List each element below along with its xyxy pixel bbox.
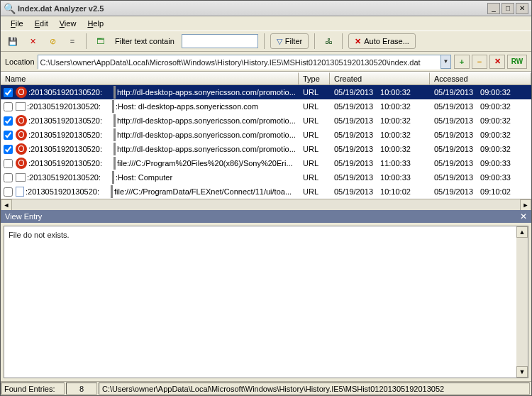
location-input[interactable] xyxy=(38,55,440,70)
row-checkbox[interactable] xyxy=(4,88,13,97)
row-checkbox[interactable] xyxy=(4,131,13,140)
row-url: http://dl-desktop-apps.sonyericsson.com/… xyxy=(117,116,299,125)
add-location-button[interactable]: + xyxy=(454,55,470,69)
view-entry-text: File do not exists. xyxy=(4,226,516,378)
row-timestamp: :2013051920130520: xyxy=(28,159,112,167)
divider xyxy=(113,128,116,141)
filter-label: Filter text contain xyxy=(115,37,174,45)
auto-erase-button[interactable]: ✕ Auto Erase... xyxy=(348,33,416,49)
rw-button[interactable]: RW xyxy=(507,55,527,69)
location-row: Location ▼ + − ✕ RW xyxy=(1,52,531,72)
favicon-icon: O xyxy=(16,143,27,155)
table-row[interactable]: O:2013051920130520:file:///C:/Program%20… xyxy=(1,156,531,170)
row-accessed: 05/19/201309:00:33 xyxy=(430,173,531,182)
table-row[interactable]: O:2013051920130520:http://dl-desktop-app… xyxy=(1,142,531,156)
statusbar: Found Entries: 8 C:\Users\owner\AppData\… xyxy=(1,381,531,395)
row-url: :Host: Computer xyxy=(116,173,299,182)
row-type: URL xyxy=(299,187,330,196)
row-checkbox[interactable] xyxy=(4,116,13,126)
scroll-up-icon[interactable]: ▲ xyxy=(516,226,528,238)
filter-input[interactable] xyxy=(182,34,258,48)
table-row[interactable]: :2013051920130520:file:///C:/ProgramData… xyxy=(1,185,531,199)
menu-edit[interactable]: Edit xyxy=(29,18,54,29)
row-timestamp: :2013051920130520: xyxy=(28,116,112,125)
menu-view[interactable]: View xyxy=(54,18,82,29)
status-path: C:\Users\owner\AppData\Local\Microsoft\W… xyxy=(99,383,530,395)
funnel-icon: ▽ xyxy=(277,37,282,46)
v-scrollbar[interactable]: ▲ ▼ xyxy=(516,226,528,378)
row-created: 05/19/201310:00:32 xyxy=(330,145,430,153)
col-created[interactable]: Created xyxy=(330,72,430,85)
app-icon: 🔍 xyxy=(4,3,15,14)
divider xyxy=(111,185,113,198)
row-accessed: 05/19/201309:10:02 xyxy=(430,187,531,196)
row-type: URL xyxy=(299,159,330,167)
refresh-button[interactable]: 🗔 xyxy=(92,33,108,49)
close-button[interactable]: ✕ xyxy=(516,3,528,14)
found-entries-label: Found Entries: xyxy=(1,383,65,395)
table-row[interactable]: O:2013051920130520:http://dl-desktop-app… xyxy=(1,128,531,142)
equals-button[interactable]: = xyxy=(65,33,80,49)
favicon-icon: O xyxy=(16,129,27,141)
row-accessed: 05/19/201309:00:32 xyxy=(430,88,531,97)
divider xyxy=(113,86,116,99)
separator xyxy=(86,33,87,49)
favicon-icon xyxy=(16,173,26,182)
col-type[interactable]: Type xyxy=(299,72,330,85)
network-button[interactable]: 🖧 xyxy=(321,33,336,49)
row-type: URL xyxy=(299,145,330,153)
scroll-down-icon[interactable]: ▼ xyxy=(516,366,528,378)
menu-file[interactable]: File xyxy=(5,18,29,29)
location-dropdown[interactable]: ▼ xyxy=(440,55,450,68)
table-row[interactable]: :2013051920130520::Host: dl-desktop-apps… xyxy=(1,99,531,114)
row-created: 05/19/201311:00:33 xyxy=(330,159,430,167)
favicon-icon: O xyxy=(16,158,27,169)
row-checkbox[interactable] xyxy=(4,187,13,197)
row-timestamp: :2013051920130520: xyxy=(28,145,112,153)
row-url: http://dl-desktop-apps.sonyericsson.com/… xyxy=(117,88,299,97)
row-created: 05/19/201310:00:32 xyxy=(330,102,430,111)
divider xyxy=(113,143,116,155)
clear-button[interactable]: ⊘ xyxy=(45,33,60,49)
window-title: Index.dat Analyzer v2.5 xyxy=(18,4,487,13)
row-created: 05/19/201310:10:02 xyxy=(330,187,430,196)
col-accessed[interactable]: Accessed xyxy=(430,72,531,85)
remove-location-button[interactable]: − xyxy=(472,55,487,69)
minimize-button[interactable]: _ xyxy=(487,3,500,14)
row-type: URL xyxy=(299,173,330,182)
row-type: URL xyxy=(299,102,330,111)
table-row[interactable]: O:2013051920130520:http://dl-desktop-app… xyxy=(1,114,531,128)
table-row[interactable]: :2013051920130520::Host: ComputerURL05/1… xyxy=(1,170,531,185)
delete-button[interactable]: ✕ xyxy=(25,33,40,49)
toolbar: 💾 ✕ ⊘ = 🗔 Filter text contain ▽ Filter 🖧… xyxy=(1,31,531,52)
row-accessed: 05/19/201309:00:32 xyxy=(430,131,531,139)
filter-button[interactable]: ▽ Filter xyxy=(270,33,309,49)
row-timestamp: :2013051920130520: xyxy=(27,102,111,111)
row-accessed: 05/19/201309:00:32 xyxy=(430,145,531,153)
view-entry-close[interactable]: ✕ xyxy=(520,211,527,221)
row-url: file:///C:/ProgramData/FLEXnet/Connect/1… xyxy=(114,187,299,196)
row-checkbox[interactable] xyxy=(4,173,13,182)
menu-help[interactable]: Help xyxy=(82,18,109,29)
divider xyxy=(112,100,114,113)
titlebar: 🔍 Index.dat Analyzer v2.5 _ □ ✕ xyxy=(1,1,531,16)
row-created: 05/19/201310:00:32 xyxy=(330,131,430,139)
scroll-right-icon[interactable]: ► xyxy=(520,199,531,211)
row-checkbox[interactable] xyxy=(4,145,13,154)
save-button[interactable]: 💾 xyxy=(5,33,21,49)
row-url: :Host: dl-desktop-apps.sonyericsson.com xyxy=(116,102,299,111)
row-timestamp: :2013051920130520: xyxy=(26,187,109,196)
table-row[interactable]: O:2013051920130520:http://dl-desktop-app… xyxy=(1,85,531,99)
row-url: http://dl-desktop-apps.sonyericsson.com/… xyxy=(117,145,299,153)
row-checkbox[interactable] xyxy=(4,102,13,111)
view-entry-title: View Entry xyxy=(5,212,42,221)
maximize-button[interactable]: □ xyxy=(501,3,514,14)
h-scrollbar[interactable]: ◄ ► xyxy=(1,199,531,210)
favicon-icon xyxy=(16,187,24,197)
row-checkbox[interactable] xyxy=(4,159,13,168)
scroll-left-icon[interactable]: ◄ xyxy=(1,199,12,211)
col-name[interactable]: Name xyxy=(1,72,299,85)
delete-location-button[interactable]: ✕ xyxy=(489,55,505,69)
favicon-icon xyxy=(16,102,26,111)
table-header: Name Type Created Accessed xyxy=(1,72,531,85)
